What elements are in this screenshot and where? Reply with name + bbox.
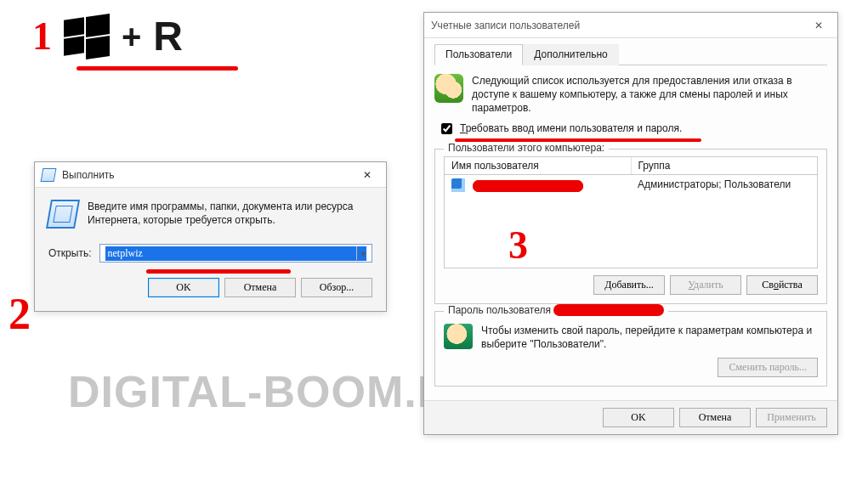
chevron-down-icon[interactable]: ▾ (356, 246, 370, 260)
user-accounts-dialog: Учетные записи пользователей ✕ Пользоват… (423, 12, 838, 435)
user-icon (451, 178, 465, 192)
plus-symbol: + (122, 20, 141, 54)
tab-strip: Пользователи Дополнительно (434, 43, 827, 65)
cell-username (445, 175, 631, 195)
r-key: R (153, 16, 183, 57)
ua-titlebar[interactable]: Учетные записи пользователей ✕ (424, 13, 837, 38)
run-icon (41, 168, 57, 182)
add-button[interactable]: Добавить... (593, 275, 665, 295)
run-title: Выполнить (62, 169, 349, 181)
run-titlebar[interactable]: Выполнить ✕ (35, 162, 386, 188)
password-text: Чтобы изменить свой пароль, перейдите к … (481, 324, 818, 351)
redacted-username (473, 180, 583, 192)
ua-ok-button[interactable]: OK (603, 408, 674, 427)
open-label: Открыть: (48, 247, 91, 259)
annotation-underline-2 (146, 269, 291, 274)
tab-advanced[interactable]: Дополнительно (523, 44, 618, 65)
cancel-button[interactable]: Отмена (224, 278, 296, 297)
annotation-step-2: 2 (9, 289, 31, 339)
users-list-group: Пользователи этого компьютера: Имя польз… (434, 149, 827, 304)
redacted-username-2 (553, 304, 664, 316)
ua-cancel-button[interactable]: Отмена (679, 408, 751, 427)
password-user-icon (444, 324, 473, 349)
cell-group: Администраторы; Пользователи (631, 175, 817, 195)
annotation-step-1: 1 (32, 17, 52, 56)
close-button[interactable]: ✕ (349, 162, 386, 188)
watermark: DIGITAL-BOOM.RU (68, 370, 483, 414)
remove-button: Удалить (670, 275, 741, 295)
users-list-legend: Пользователи этого компьютера: (444, 142, 609, 154)
change-password-button: Сменить пароль... (718, 358, 818, 377)
require-login-checkbox[interactable] (441, 123, 452, 134)
col-username[interactable]: Имя пользователя (445, 157, 632, 174)
ok-button[interactable]: OK (148, 278, 219, 297)
run-large-icon (46, 200, 80, 229)
users-list[interactable]: Администраторы; Пользователи (444, 175, 818, 268)
require-login-label[interactable]: Требовать ввод имени пользователя и паро… (460, 122, 682, 134)
open-input[interactable] (105, 246, 366, 261)
ua-apply-button: Применить (756, 408, 827, 427)
close-button[interactable]: ✕ (800, 13, 837, 38)
users-list-header: Имя пользователя Группа (444, 156, 818, 175)
run-dialog: Выполнить ✕ Введите имя программы, папки… (34, 161, 387, 312)
ua-title: Учетные записи пользователей (431, 20, 800, 31)
users-icon (434, 74, 463, 103)
tab-users[interactable]: Пользователи (434, 44, 523, 65)
annotation-underline-1 (77, 66, 238, 71)
browse-button[interactable]: Обзор... (301, 278, 372, 297)
properties-button[interactable]: Свойства (746, 275, 818, 295)
annotation-step-3: 3 (508, 223, 528, 268)
col-group[interactable]: Группа (632, 157, 818, 174)
password-legend: Пароль пользователя (444, 304, 668, 316)
password-group: Пароль пользователя Чтобы изменить свой … (434, 311, 827, 387)
table-row[interactable]: Администраторы; Пользователи (445, 175, 817, 195)
windows-logo-icon (64, 14, 110, 59)
run-instruction: Введите имя программы, папки, документа … (88, 200, 372, 227)
ua-intro-text: Следующий список используется для предос… (472, 74, 827, 116)
open-combobox[interactable]: ▾ (99, 244, 372, 263)
